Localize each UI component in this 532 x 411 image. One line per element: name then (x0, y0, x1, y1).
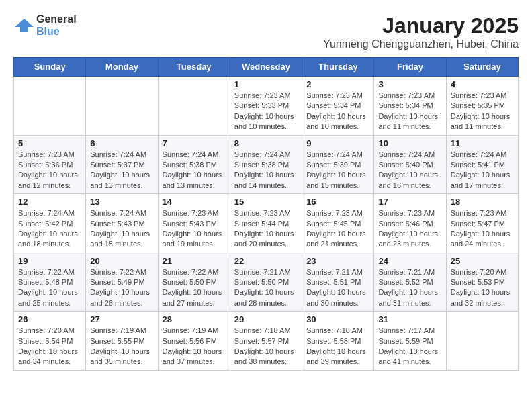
calendar-week-row: 1Sunrise: 7:23 AM Sunset: 5:33 PM Daylig… (14, 77, 519, 136)
calendar-week-row: 19Sunrise: 7:22 AM Sunset: 5:48 PM Dayli… (14, 253, 519, 312)
day-number: 9 (306, 138, 369, 148)
month-title: January 2025 (323, 13, 519, 38)
calendar-cell: 24Sunrise: 7:21 AM Sunset: 5:52 PM Dayli… (374, 253, 446, 312)
day-number: 22 (234, 256, 298, 266)
day-info: Sunrise: 7:24 AM Sunset: 5:37 PM Dayligh… (90, 150, 153, 191)
day-info: Sunrise: 7:24 AM Sunset: 5:39 PM Dayligh… (306, 150, 369, 191)
day-info: Sunrise: 7:24 AM Sunset: 5:41 PM Dayligh… (451, 150, 514, 191)
day-info: Sunrise: 7:22 AM Sunset: 5:48 PM Dayligh… (18, 267, 81, 309)
day-info: Sunrise: 7:19 AM Sunset: 5:56 PM Dayligh… (163, 326, 226, 367)
day-info: Sunrise: 7:21 AM Sunset: 5:52 PM Dayligh… (378, 267, 441, 309)
calendar-header-row: SundayMondayTuesdayWednesdayThursdayFrid… (14, 58, 519, 77)
day-number: 17 (378, 197, 441, 207)
day-number: 20 (90, 256, 153, 266)
calendar-cell (14, 77, 86, 136)
day-info: Sunrise: 7:23 AM Sunset: 5:47 PM Dayligh… (451, 208, 514, 250)
day-info: Sunrise: 7:23 AM Sunset: 5:34 PM Dayligh… (306, 91, 369, 132)
page-header: General Blue January 2025 Yunmeng Chengg… (13, 13, 519, 50)
calendar-cell: 11Sunrise: 7:24 AM Sunset: 5:41 PM Dayli… (446, 135, 518, 194)
day-number: 10 (378, 138, 441, 148)
day-of-week-header: Wednesday (230, 58, 302, 77)
calendar-cell: 25Sunrise: 7:20 AM Sunset: 5:53 PM Dayli… (446, 253, 518, 312)
calendar-table: SundayMondayTuesdayWednesdayThursdayFrid… (13, 57, 519, 371)
day-number: 7 (163, 138, 226, 148)
day-info: Sunrise: 7:18 AM Sunset: 5:57 PM Dayligh… (234, 326, 298, 367)
day-number: 5 (18, 138, 81, 148)
calendar-week-row: 26Sunrise: 7:20 AM Sunset: 5:54 PM Dayli… (14, 312, 519, 371)
calendar-cell: 9Sunrise: 7:24 AM Sunset: 5:39 PM Daylig… (302, 135, 374, 194)
logo-icon (13, 17, 35, 34)
calendar-cell (86, 77, 158, 136)
day-info: Sunrise: 7:23 AM Sunset: 5:34 PM Dayligh… (378, 91, 441, 132)
day-number: 6 (90, 138, 153, 148)
calendar-cell: 13Sunrise: 7:24 AM Sunset: 5:43 PM Dayli… (86, 194, 158, 253)
day-info: Sunrise: 7:17 AM Sunset: 5:59 PM Dayligh… (378, 326, 441, 367)
day-number: 27 (90, 314, 153, 324)
calendar-cell: 30Sunrise: 7:18 AM Sunset: 5:58 PM Dayli… (302, 312, 374, 371)
day-number: 21 (163, 256, 226, 266)
calendar-week-row: 12Sunrise: 7:24 AM Sunset: 5:42 PM Dayli… (14, 194, 519, 253)
day-info: Sunrise: 7:24 AM Sunset: 5:38 PM Dayligh… (234, 150, 298, 191)
svg-marker-0 (15, 19, 34, 32)
day-number: 28 (163, 314, 226, 324)
day-number: 16 (306, 197, 369, 207)
calendar-cell: 17Sunrise: 7:23 AM Sunset: 5:46 PM Dayli… (374, 194, 446, 253)
calendar-cell: 26Sunrise: 7:20 AM Sunset: 5:54 PM Dayli… (14, 312, 86, 371)
day-info: Sunrise: 7:24 AM Sunset: 5:38 PM Dayligh… (163, 150, 226, 191)
calendar-cell (158, 77, 230, 136)
day-number: 24 (378, 256, 441, 266)
day-of-week-header: Friday (374, 58, 446, 77)
day-number: 13 (90, 197, 153, 207)
calendar-cell: 16Sunrise: 7:23 AM Sunset: 5:45 PM Dayli… (302, 194, 374, 253)
calendar-cell: 23Sunrise: 7:21 AM Sunset: 5:51 PM Dayli… (302, 253, 374, 312)
day-number: 3 (378, 79, 441, 89)
calendar-cell: 14Sunrise: 7:23 AM Sunset: 5:43 PM Dayli… (158, 194, 230, 253)
day-number: 26 (18, 314, 81, 324)
calendar-cell: 5Sunrise: 7:23 AM Sunset: 5:36 PM Daylig… (14, 135, 86, 194)
calendar-cell: 4Sunrise: 7:23 AM Sunset: 5:35 PM Daylig… (446, 77, 518, 136)
day-info: Sunrise: 7:18 AM Sunset: 5:58 PM Dayligh… (306, 326, 369, 367)
day-number: 15 (234, 197, 298, 207)
calendar-cell: 3Sunrise: 7:23 AM Sunset: 5:34 PM Daylig… (374, 77, 446, 136)
calendar-cell (446, 312, 518, 371)
day-info: Sunrise: 7:19 AM Sunset: 5:55 PM Dayligh… (90, 326, 153, 367)
day-number: 14 (163, 197, 226, 207)
day-number: 23 (306, 256, 369, 266)
day-info: Sunrise: 7:23 AM Sunset: 5:45 PM Dayligh… (306, 208, 369, 250)
day-number: 1 (234, 79, 298, 89)
logo: General Blue (13, 13, 77, 37)
day-info: Sunrise: 7:24 AM Sunset: 5:42 PM Dayligh… (18, 208, 81, 250)
day-info: Sunrise: 7:23 AM Sunset: 5:43 PM Dayligh… (163, 208, 226, 250)
calendar-cell: 10Sunrise: 7:24 AM Sunset: 5:40 PM Dayli… (374, 135, 446, 194)
day-number: 4 (451, 79, 514, 89)
day-number: 25 (451, 256, 514, 266)
calendar-cell: 15Sunrise: 7:23 AM Sunset: 5:44 PM Dayli… (230, 194, 302, 253)
calendar-cell: 20Sunrise: 7:22 AM Sunset: 5:49 PM Dayli… (86, 253, 158, 312)
day-of-week-header: Sunday (14, 58, 86, 77)
day-of-week-header: Saturday (446, 58, 518, 77)
calendar-cell: 7Sunrise: 7:24 AM Sunset: 5:38 PM Daylig… (158, 135, 230, 194)
calendar-cell: 21Sunrise: 7:22 AM Sunset: 5:50 PM Dayli… (158, 253, 230, 312)
day-info: Sunrise: 7:20 AM Sunset: 5:54 PM Dayligh… (18, 326, 81, 367)
day-info: Sunrise: 7:24 AM Sunset: 5:43 PM Dayligh… (90, 208, 153, 250)
day-number: 31 (378, 314, 441, 324)
calendar-cell: 29Sunrise: 7:18 AM Sunset: 5:57 PM Dayli… (230, 312, 302, 371)
day-info: Sunrise: 7:22 AM Sunset: 5:50 PM Dayligh… (163, 267, 226, 309)
day-of-week-header: Monday (86, 58, 158, 77)
calendar-cell: 8Sunrise: 7:24 AM Sunset: 5:38 PM Daylig… (230, 135, 302, 194)
calendar-cell: 6Sunrise: 7:24 AM Sunset: 5:37 PM Daylig… (86, 135, 158, 194)
day-number: 2 (306, 79, 369, 89)
calendar-cell: 31Sunrise: 7:17 AM Sunset: 5:59 PM Dayli… (374, 312, 446, 371)
day-info: Sunrise: 7:23 AM Sunset: 5:46 PM Dayligh… (378, 208, 441, 250)
day-of-week-header: Tuesday (158, 58, 230, 77)
day-info: Sunrise: 7:22 AM Sunset: 5:49 PM Dayligh… (90, 267, 153, 309)
logo-blue-text: Blue (36, 26, 77, 38)
day-of-week-header: Thursday (302, 58, 374, 77)
day-info: Sunrise: 7:21 AM Sunset: 5:51 PM Dayligh… (306, 267, 369, 309)
day-number: 18 (451, 197, 514, 207)
location-subtitle: Yunmeng Chengguanzhen, Hubei, China (323, 38, 519, 50)
calendar-cell: 12Sunrise: 7:24 AM Sunset: 5:42 PM Dayli… (14, 194, 86, 253)
day-info: Sunrise: 7:23 AM Sunset: 5:44 PM Dayligh… (234, 208, 298, 250)
day-number: 19 (18, 256, 81, 266)
calendar-cell: 19Sunrise: 7:22 AM Sunset: 5:48 PM Dayli… (14, 253, 86, 312)
